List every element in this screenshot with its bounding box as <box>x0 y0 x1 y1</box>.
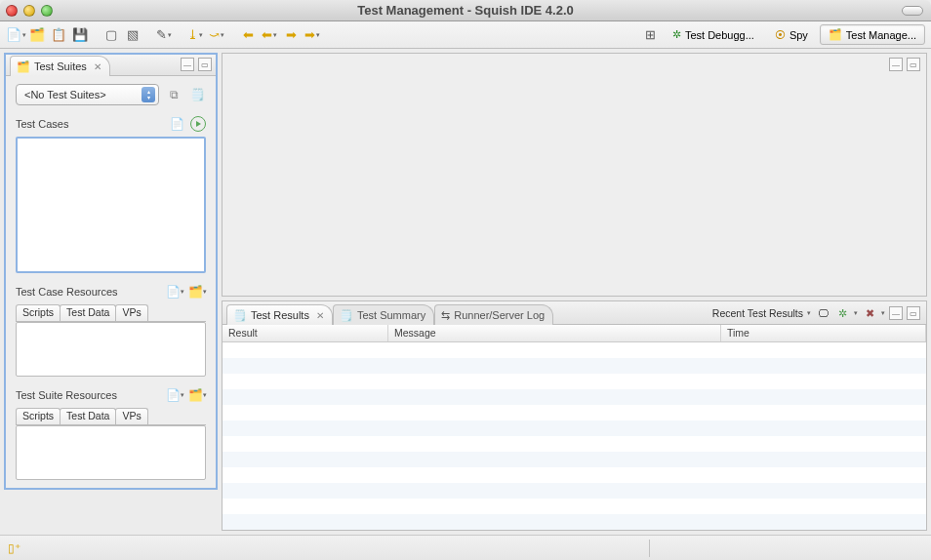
test-suites-body: <No Test Suites> ⧉ 🗒️ Test Cases 📄 <box>6 76 216 488</box>
zoom-window-button[interactable] <box>41 5 53 17</box>
bottom-tab-strip: 🗒️ Test Results ✕ 🗒️ Test Summary ⇆ Runn… <box>223 301 926 325</box>
bottom-panel-tools: Recent Test Results ▾ 🖵 ✲▾ ✖▾ ― ▭ <box>712 305 920 321</box>
titlebar-toggle[interactable] <box>902 6 923 16</box>
tab-label: Runner/Server Log <box>454 309 545 321</box>
forward-icon[interactable]: ➡ <box>281 25 301 45</box>
tab-label: Test Suites <box>34 60 87 72</box>
refresh-icon[interactable]: 🗒️ <box>188 86 206 103</box>
recent-results-label[interactable]: Recent Test Results <box>712 307 803 319</box>
run-icon[interactable] <box>190 116 206 132</box>
tab-scripts[interactable]: Scripts <box>16 304 61 321</box>
new-suite-resource-icon[interactable]: 📄▾ <box>166 386 183 404</box>
tab-vps[interactable]: VPs <box>115 408 147 424</box>
workspace: 🗂️ Test Suites ✕ ― ▭ <No Test Suites> ⧉ … <box>0 49 931 535</box>
step-over-icon[interactable]: ⤻ <box>207 25 226 45</box>
test-suites-panel: 🗂️ Test Suites ✕ ― ▭ <No Test Suites> ⧉ … <box>4 53 218 490</box>
log-icon: ⇆ <box>441 309 450 322</box>
tab-test-suites[interactable]: 🗂️ Test Suites ✕ <box>10 56 110 76</box>
perspective-spy[interactable]: ⦿ Spy <box>766 25 817 45</box>
open-resource-icon[interactable]: 🗂️▾ <box>188 283 206 300</box>
test-cases-list[interactable] <box>16 137 206 273</box>
minimize-view-icon[interactable]: ― <box>889 306 903 320</box>
filter-icon[interactable]: ⧉ <box>165 86 182 103</box>
open-suite-resource-icon[interactable]: 🗂️▾ <box>188 386 206 404</box>
test-case-resources-label: Test Case Resources <box>16 286 118 298</box>
step-into-icon[interactable]: ⤓ <box>185 25 205 45</box>
perspective-label: Test Manage... <box>846 29 916 41</box>
perspective-test-management[interactable]: 🗂️ Test Manage... <box>820 24 925 45</box>
bug-icon: ✲ <box>672 28 681 41</box>
monitor-icon[interactable]: 🖵 <box>815 305 830 321</box>
test-case-resources-section: Test Case Resources 📄▾ 🗂️▾ Scripts Test … <box>16 283 206 377</box>
close-window-button[interactable] <box>6 5 18 17</box>
new-resource-icon[interactable]: 📄▾ <box>166 283 183 300</box>
bookmark-icon[interactable]: ▢ <box>101 25 121 45</box>
tab-test-results[interactable]: 🗒️ Test Results ✕ <box>226 304 333 325</box>
status-bar: ▯⁺ <box>0 535 931 560</box>
toolbar-left-group: 📄 🗂️ 📋 💾 ▢ ▧ ✎ ⤓ ⤻ ⬅ ⬅ ➡ ➡ <box>6 25 322 45</box>
test-cases-label-row: Test Cases 📄 <box>16 115 206 133</box>
bookmark-add-icon[interactable]: ▧ <box>123 25 142 45</box>
window-title: Test Management - Squish IDE 4.2.0 <box>357 3 574 18</box>
test-suite-resources-label: Test Suite Resources <box>16 389 117 401</box>
new-dropdown-icon[interactable]: 📄 <box>6 25 25 45</box>
col-time[interactable]: Time <box>721 325 926 341</box>
case-resource-tabs: Scripts Test Data VPs <box>16 304 206 322</box>
summary-icon: 🗒️ <box>340 309 353 322</box>
open-icon[interactable]: 📋 <box>49 25 68 45</box>
spy-icon: ⦿ <box>775 29 786 41</box>
new-suite-icon[interactable]: 🗂️ <box>27 25 47 45</box>
suite-select-row: <No Test Suites> ⧉ 🗒️ <box>16 84 206 105</box>
results-icon: 🗒️ <box>233 309 247 322</box>
results-table-header: Result Message Time <box>223 325 926 342</box>
tab-scripts[interactable]: Scripts <box>16 408 61 424</box>
maximize-view-icon[interactable]: ▭ <box>198 58 212 71</box>
open-perspective-icon[interactable]: ⊞ <box>641 25 661 45</box>
folder-icon: 🗂️ <box>829 28 842 41</box>
stepper-icon[interactable] <box>142 87 155 102</box>
suite-select-value: <No Test Suites> <box>24 89 106 100</box>
clear-icon[interactable]: ✖ <box>862 305 877 321</box>
maximize-view-icon[interactable]: ▭ <box>907 306 920 320</box>
back-history-icon[interactable]: ⬅ <box>260 25 279 45</box>
edit-pen-icon[interactable]: ✎ <box>154 25 174 45</box>
test-cases-label: Test Cases <box>16 118 68 130</box>
col-result[interactable]: Result <box>223 325 388 341</box>
minimize-window-button[interactable] <box>23 5 35 17</box>
traffic-lights <box>6 5 53 17</box>
back-icon[interactable]: ⬅ <box>238 25 258 45</box>
close-icon[interactable]: ✕ <box>316 310 324 321</box>
suite-resource-tabs: Scripts Test Data VPs <box>16 408 206 425</box>
new-test-case-icon[interactable]: 📄 <box>168 115 185 133</box>
cog-icon[interactable]: ✲ <box>834 305 850 321</box>
forward-history-icon[interactable]: ➡ <box>303 25 322 45</box>
perspective-label: Spy <box>789 29 808 41</box>
status-separator <box>649 540 650 557</box>
tab-vps[interactable]: VPs <box>115 304 147 321</box>
tab-test-summary[interactable]: 🗒️ Test Summary <box>333 304 434 325</box>
maximize-view-icon[interactable]: ▭ <box>907 58 920 71</box>
left-column: 🗂️ Test Suites ✕ ― ▭ <No Test Suites> ⧉ … <box>0 49 222 535</box>
perspective-label: Test Debugg... <box>685 29 754 41</box>
editor-area: ― ▭ <box>222 53 927 297</box>
test-suite-resources-section: Test Suite Resources 📄▾ 🗂️▾ Scripts Test… <box>16 386 206 480</box>
perspective-test-debugging[interactable]: ✲ Test Debugg... <box>664 24 763 45</box>
test-suites-tab-strip: 🗂️ Test Suites ✕ ― ▭ <box>6 55 216 76</box>
close-icon[interactable]: ✕ <box>94 61 101 72</box>
tab-runner-server-log[interactable]: ⇆ Runner/Server Log <box>434 304 553 325</box>
status-glyph-icon[interactable]: ▯⁺ <box>8 541 20 555</box>
suite-resource-list[interactable] <box>16 425 206 480</box>
minimize-view-icon[interactable]: ― <box>181 58 194 71</box>
chevron-down-icon[interactable]: ▾ <box>807 309 811 317</box>
suite-select-dropdown[interactable]: <No Test Suites> <box>16 84 159 105</box>
bottom-panel: 🗒️ Test Results ✕ 🗒️ Test Summary ⇆ Runn… <box>222 300 927 531</box>
perspective-switcher: ⊞ ✲ Test Debugg... ⦿ Spy 🗂️ Test Manage.… <box>641 24 925 45</box>
results-table-body[interactable] <box>223 342 926 530</box>
save-icon[interactable]: 💾 <box>70 25 90 45</box>
tab-test-data[interactable]: Test Data <box>60 304 116 321</box>
tab-test-data[interactable]: Test Data <box>60 408 116 424</box>
minimize-view-icon[interactable]: ― <box>889 58 903 71</box>
case-resource-list[interactable] <box>16 322 206 377</box>
right-column: ― ▭ 🗒️ Test Results ✕ 🗒️ Test Summary ⇆ … <box>222 49 931 535</box>
col-message[interactable]: Message <box>388 325 721 341</box>
